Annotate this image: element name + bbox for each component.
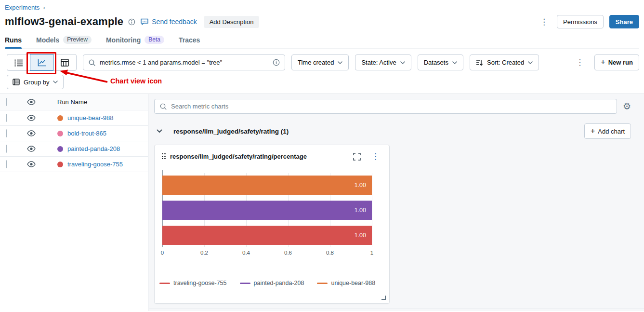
runs-table-header: Run Name bbox=[0, 94, 148, 110]
bar-value-label: 1.00 bbox=[355, 182, 372, 189]
section-divider bbox=[149, 309, 644, 309]
x-tick-label: 0.6 bbox=[284, 250, 292, 256]
legend-item-unique-bear-988[interactable]: unique-bear-988 bbox=[317, 280, 375, 286]
add-chart-button[interactable]: + Add chart bbox=[584, 123, 631, 139]
x-axis-ticks: 00.20.40.60.81 bbox=[162, 249, 372, 258]
sort-icon bbox=[476, 59, 483, 66]
tab-monitoring[interactable]: MonitoringBeta bbox=[106, 36, 164, 48]
metric-search-input[interactable] bbox=[171, 103, 612, 110]
filter-sort-created[interactable]: Sort: Created bbox=[470, 54, 539, 70]
toolbar-overflow-menu[interactable]: ⋮ bbox=[573, 57, 587, 68]
legend-name: painted-panda-208 bbox=[254, 280, 304, 286]
bar-value-label: 1.00 bbox=[355, 207, 372, 214]
filter-datasets[interactable]: Datasets bbox=[418, 54, 463, 70]
bar-value-label: 1.00 bbox=[355, 232, 372, 239]
bar-traveling-goose-755[interactable]: 1.00 bbox=[162, 226, 372, 245]
tab-models[interactable]: ModelsPreview bbox=[36, 36, 92, 48]
chart-view-button[interactable] bbox=[30, 54, 53, 71]
tab-badge: Beta bbox=[145, 36, 164, 44]
tab-badge: Preview bbox=[63, 36, 92, 44]
visibility-all-eye-icon[interactable] bbox=[27, 99, 36, 105]
expand-chart-icon[interactable] bbox=[353, 153, 361, 161]
bar-painted-panda-208[interactable]: 1.00 bbox=[162, 201, 372, 220]
run-name-header[interactable]: Run Name bbox=[57, 98, 87, 106]
run-row: unique-bear-988 bbox=[0, 110, 148, 126]
metric-section-header: response/llm_judged/safety/rating (1) + … bbox=[154, 123, 631, 139]
legend-swatch bbox=[240, 283, 250, 284]
charts-panel: ⚙ response/llm_judged/safety/rating (1) … bbox=[148, 94, 644, 311]
tab-label: Traces bbox=[179, 36, 200, 44]
legend-swatch bbox=[159, 283, 170, 284]
metric-search-box bbox=[154, 99, 617, 114]
run-name-link[interactable]: unique-bear-988 bbox=[67, 114, 113, 122]
tab-label: Monitoring bbox=[106, 36, 141, 44]
run-name-link[interactable]: painted-panda-208 bbox=[67, 145, 120, 152]
page-header: mlflow3-genai-example Send feedback Add … bbox=[5, 14, 639, 29]
group-by-button[interactable]: Group by bbox=[7, 75, 64, 89]
metric-section-title[interactable]: response/llm_judged/safety/rating (1) bbox=[173, 128, 289, 135]
bar-chart-plot: 1.001.001.00 00.20.40.60.81 bbox=[162, 173, 372, 258]
run-name-link[interactable]: traveling-goose-755 bbox=[67, 161, 123, 168]
info-icon[interactable] bbox=[128, 18, 135, 26]
run-checkbox[interactable] bbox=[6, 160, 7, 168]
header-overflow-menu[interactable]: ⋮ bbox=[537, 17, 551, 27]
run-color-dot bbox=[57, 146, 63, 152]
breadcrumb-experiments-link[interactable]: Experiments bbox=[5, 4, 39, 11]
section-collapse-chevron-icon[interactable] bbox=[157, 129, 162, 133]
run-visibility-eye-icon[interactable] bbox=[27, 115, 36, 121]
chart-overflow-menu[interactable]: ⋮ bbox=[368, 151, 382, 162]
feedback-bubble-icon[interactable] bbox=[140, 18, 149, 26]
search-info-icon[interactable] bbox=[273, 59, 280, 66]
tab-label: Runs bbox=[5, 36, 22, 44]
charts-settings-gear-icon[interactable]: ⚙ bbox=[623, 102, 631, 111]
experiment-page: Experiments › mlflow3-genai-example Send… bbox=[0, 0, 644, 312]
select-all-checkbox[interactable] bbox=[6, 98, 7, 106]
runs-search-input[interactable] bbox=[100, 59, 269, 66]
run-checkbox[interactable] bbox=[6, 145, 7, 153]
share-button[interactable]: Share bbox=[609, 15, 639, 28]
table-view-button[interactable] bbox=[53, 54, 77, 71]
legend-name: unique-bear-988 bbox=[331, 280, 375, 286]
drag-handle-icon[interactable] bbox=[162, 153, 166, 160]
breadcrumb: Experiments › bbox=[0, 0, 644, 11]
add-description-button[interactable]: Add Description bbox=[204, 16, 260, 28]
chevron-down-icon bbox=[338, 61, 342, 64]
run-name-link[interactable]: bold-trout-865 bbox=[67, 130, 106, 137]
x-tick-label: 0 bbox=[161, 250, 164, 256]
legend-item-painted-panda-208[interactable]: painted-panda-208 bbox=[240, 280, 304, 286]
tab-runs[interactable]: Runs bbox=[5, 36, 22, 48]
run-visibility-eye-icon[interactable] bbox=[27, 161, 36, 167]
resize-handle[interactable] bbox=[381, 296, 386, 300]
x-tick-label: 0.2 bbox=[200, 250, 208, 256]
new-run-button[interactable]: + New run bbox=[594, 54, 639, 70]
permissions-button[interactable]: Permissions bbox=[557, 15, 604, 28]
bar-unique-bear-988[interactable]: 1.00 bbox=[162, 176, 372, 195]
list-view-button[interactable] bbox=[7, 54, 30, 71]
chevron-down-icon bbox=[528, 61, 533, 64]
tab-traces[interactable]: Traces bbox=[179, 36, 200, 48]
run-visibility-eye-icon[interactable] bbox=[27, 146, 36, 152]
chart-title: response/llm_judged/safety/rating/percen… bbox=[170, 153, 307, 160]
chevron-down-icon bbox=[53, 81, 58, 83]
run-color-dot bbox=[57, 162, 63, 167]
x-tick-label: 1 bbox=[370, 250, 373, 256]
chevron-down-icon bbox=[400, 61, 405, 64]
page-title: mlflow3-genai-example bbox=[5, 15, 123, 28]
legend-item-traveling-goose-755[interactable]: traveling-goose-755 bbox=[159, 280, 227, 286]
filter-label: Time created bbox=[298, 59, 334, 66]
add-chart-label: Add chart bbox=[598, 128, 625, 135]
run-checkbox[interactable] bbox=[6, 129, 7, 137]
filter-time-created[interactable]: Time created bbox=[291, 54, 349, 70]
run-checkbox[interactable] bbox=[6, 114, 7, 122]
send-feedback-link[interactable]: Send feedback bbox=[152, 18, 197, 26]
x-tick-label: 0.4 bbox=[242, 250, 250, 256]
legend-name: traveling-goose-755 bbox=[173, 280, 227, 286]
filter-label: State: Active bbox=[361, 59, 396, 66]
run-visibility-eye-icon[interactable] bbox=[27, 130, 36, 136]
tab-label: Models bbox=[36, 36, 59, 44]
content-area: Run Name unique-bear-988bold-trout-865pa… bbox=[0, 94, 644, 311]
metric-chart-card: response/llm_judged/safety/rating/percen… bbox=[154, 145, 390, 304]
filter-state-active[interactable]: State: Active bbox=[355, 54, 411, 70]
filter-label: Sort: Created bbox=[487, 59, 524, 66]
plus-icon: + bbox=[591, 127, 595, 136]
